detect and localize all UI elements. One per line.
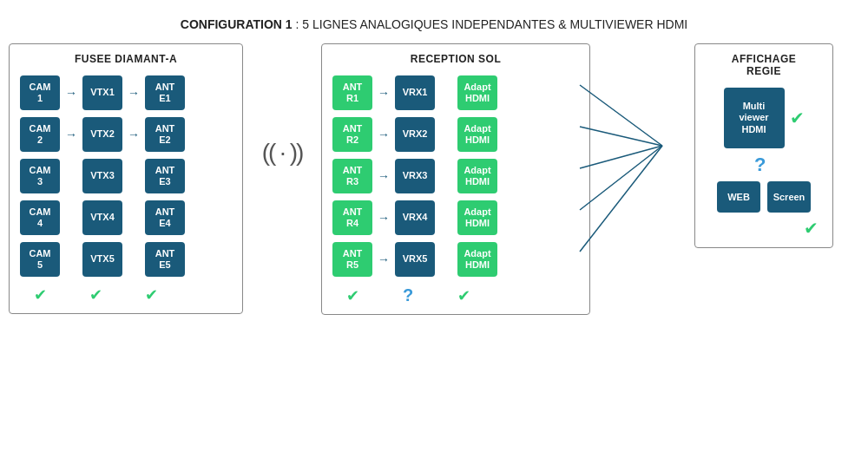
right-content: MultiviewerHDMI ✔ ? WEB Screen ✔ [706,88,822,239]
left-row-2: CAM2 → VTX2 → ANTE2 [20,117,232,152]
vtx-1: VTX1 [82,75,122,110]
middle-right-area: RECEPTION SOL ANTR1 → VRX1 → AdaptHDMI A… [321,43,833,315]
ant-e5: ANTE5 [145,242,185,277]
cam-2: CAM2 [20,117,60,152]
right-check-2-area: ✔ [804,218,819,239]
vrx-2: VRX2 [395,117,435,152]
mid-row-2: ANTR2 → VRX2 → AdaptHDMI [332,117,579,152]
mid-row-5: ANTR5 → VRX5 → AdaptHDMI [332,242,579,277]
right-check-2: ✔ [804,219,819,238]
antr-1: ANTR1 [332,75,372,110]
left-panel: FUSEE DIAMANT-A CAM1 → VTX1 → ANTE1 CAM2… [9,43,243,314]
cam-3: CAM3 [20,159,60,193]
right-question-area: ? [754,154,766,176]
right-panel: AFFICHAGE REGIE MultiviewerHDMI ✔ ? [694,43,833,248]
mid-arrow-2: → [378,128,390,141]
vrx-1: VRX1 [395,75,435,110]
left-check-1: ✔ [34,286,47,304]
multiviewer-box: MultiviewerHDMI [724,88,785,148]
mid-row-3: ANTR3 → VRX3 → AdaptHDMI [332,159,579,193]
mid-row-4: ANTR4 → VRX4 → AdaptHDMI [332,200,579,235]
left-panel-title: FUSEE DIAMANT-A [20,53,232,65]
vtx-3: VTX3 [82,159,122,193]
web-screen-row: WEB Screen [717,181,811,213]
svg-line-0 [580,85,662,146]
adapt-hdmi-5: AdaptHDMI [457,242,497,277]
screen-box: Screen [767,181,811,213]
svg-line-2 [580,146,662,168]
mid-arrow-1: → [378,86,390,100]
antr-5: ANTR5 [332,242,372,277]
vrx-3: VRX3 [395,159,435,193]
vtx-5: VTX5 [82,242,122,277]
vtx-2: VTX2 [82,117,122,152]
left-row-4: CAM4 → VTX4 → ANTE4 [20,200,232,235]
mid-check-1: ✔ [346,287,359,305]
middle-panel: RECEPTION SOL ANTR1 → VRX1 → AdaptHDMI A… [321,43,590,315]
arrow-2b: → [128,128,140,141]
vtx-4: VTX4 [82,200,122,235]
right-check-1: ✔ [790,108,805,128]
left-check-2: ✔ [89,286,102,304]
ant-e2: ANTE2 [145,117,185,152]
svg-line-4 [580,146,662,252]
left-row-3: CAM3 → VTX3 → ANTE3 [20,159,232,193]
left-row-5: CAM5 → VTX5 → ANTE5 [20,242,232,277]
mid-arrow-4: → [378,211,390,225]
cam-4: CAM4 [20,200,60,235]
middle-panel-title: RECEPTION SOL [332,53,579,65]
adapt-hdmi-3: AdaptHDMI [457,159,497,193]
right-panel-spacer: AFFICHAGE REGIE MultiviewerHDMI ✔ ? [694,43,833,315]
mid-check-3: ✔ [457,287,470,305]
adapt-hdmi-2: AdaptHDMI [457,117,497,152]
left-row-1: CAM1 → VTX1 → ANTE1 [20,75,232,110]
connector-lines [580,68,684,432]
left-check-3: ✔ [145,286,158,304]
mid-arrow-3: → [378,169,390,183]
mv-row: MultiviewerHDMI ✔ [724,88,805,148]
arrow-1b: → [128,86,140,100]
adapt-hdmi-4: AdaptHDMI [457,200,497,235]
cam-5: CAM5 [20,242,60,277]
right-question: ? [754,154,766,175]
arrow-1a: → [65,86,77,100]
page-title: CONFIGURATION 1 : 5 LIGNES ANALOGIQUES I… [181,17,687,31]
mid-question: ? [403,285,413,305]
wireless-symbol: (( · )) [262,139,303,167]
wireless-area: (( · )) [252,43,312,167]
arrow-2a: → [65,128,77,141]
svg-line-3 [580,146,662,210]
adapt-hdmi-1: AdaptHDMI [457,75,497,110]
ant-e4: ANTE4 [145,200,185,235]
mid-row-1: ANTR1 → VRX1 → AdaptHDMI [332,75,579,110]
cam-1: CAM1 [20,75,60,110]
svg-line-1 [580,127,662,146]
right-panel-title: AFFICHAGE REGIE [706,53,822,77]
ant-e3: ANTE3 [145,159,185,193]
ant-e1: ANTE1 [145,75,185,110]
web-box: WEB [717,181,760,213]
antr-3: ANTR3 [332,159,372,193]
vrx-4: VRX4 [395,200,435,235]
mid-arrow-5: → [378,252,390,266]
vrx-5: VRX5 [395,242,435,277]
main-layout: FUSEE DIAMANT-A CAM1 → VTX1 → ANTE1 CAM2… [9,43,859,315]
antr-2: ANTR2 [332,117,372,152]
antr-4: ANTR4 [332,200,372,235]
